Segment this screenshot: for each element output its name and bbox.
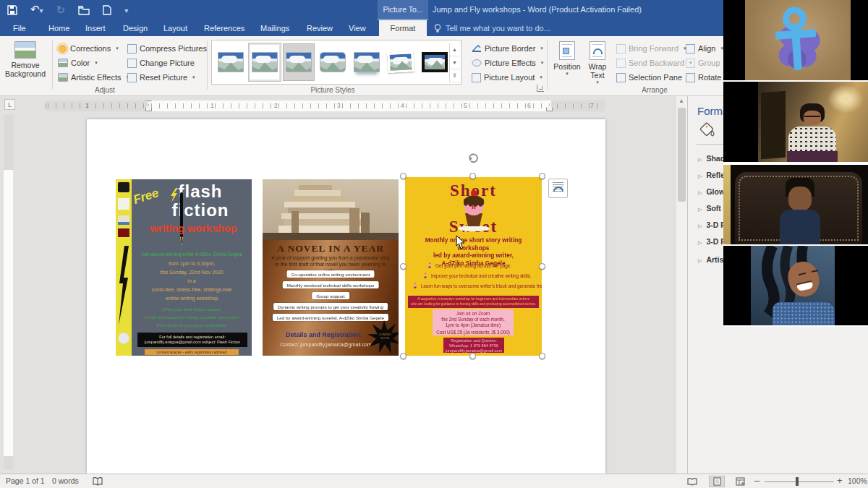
- coming-soon-burst: COMING SOON: [367, 320, 399, 354]
- tab-layout[interactable]: Layout: [156, 20, 195, 36]
- new-document-icon[interactable]: [103, 5, 111, 15]
- save-icon[interactable]: [7, 5, 17, 15]
- selection-handle-bottom-middle[interactable]: [469, 353, 476, 359]
- tab-review[interactable]: Review: [299, 20, 340, 36]
- page-indicator[interactable]: Page 1 of 1: [6, 476, 45, 485]
- read-mode-button[interactable]: [684, 476, 700, 487]
- document-page[interactable]: Free flash fiction writing workshop Join…: [87, 119, 605, 474]
- artistic-effects-button[interactable]: Artistic Effects: [58, 71, 129, 84]
- mini-cupcake-icon: [427, 262, 433, 269]
- selection-handle-middle-left[interactable]: [400, 263, 407, 270]
- pane-section-glow[interactable]: Glow: [698, 187, 725, 196]
- mouse-cursor: [456, 235, 466, 249]
- flyer-short-n-sweet[interactable]: Short Sweet n Monthly online short story…: [405, 177, 542, 356]
- align-icon: [686, 44, 695, 53]
- selection-handle-middle-right[interactable]: [539, 263, 545, 270]
- pen-icon: [178, 191, 185, 252]
- flyer-flash-fiction[interactable]: Free flash fiction writing workshop Join…: [116, 179, 252, 356]
- remove-background-icon: [14, 41, 36, 59]
- flyer2-pill: Co-operative online writing environment: [286, 270, 374, 278]
- tab-home[interactable]: Home: [41, 20, 77, 36]
- change-picture-button[interactable]: Change Picture: [127, 56, 195, 69]
- video-tile-ankh[interactable]: [723, 0, 868, 80]
- horizontal-ruler[interactable]: 1 1 2 3 4 5 6 7: [46, 100, 605, 111]
- reset-picture-icon: [127, 73, 137, 82]
- vertical-ruler[interactable]: [4, 115, 13, 469]
- redo-icon: ↻: [56, 5, 66, 15]
- picture-style-2[interactable]: [249, 43, 281, 81]
- video-tile-participant-2[interactable]: [723, 165, 868, 244]
- selection-handle-top-right[interactable]: [539, 173, 545, 179]
- scrollbar-thumb[interactable]: [678, 108, 686, 202]
- fill-bucket-icon[interactable]: [698, 121, 718, 138]
- gallery-more-icon: ⊽: [450, 69, 459, 82]
- remove-background-button[interactable]: Remove Background: [1, 38, 49, 90]
- zoom-out-button[interactable]: –: [754, 475, 760, 486]
- position-button[interactable]: Position▾: [551, 38, 583, 90]
- picture-style-7[interactable]: [419, 43, 451, 81]
- tab-insert[interactable]: Insert: [78, 20, 113, 36]
- color-icon: [58, 59, 68, 67]
- cupcake-n-label: n: [472, 202, 476, 210]
- picture-styles-dialog-launcher-icon[interactable]: [537, 85, 544, 92]
- compress-pictures-button[interactable]: Compress Pictures: [127, 42, 207, 55]
- layout-options-button[interactable]: [548, 179, 568, 198]
- reset-picture-button[interactable]: Reset Picture: [127, 71, 195, 84]
- tab-file[interactable]: File: [6, 20, 33, 36]
- picture-style-4[interactable]: [317, 43, 349, 81]
- tab-view[interactable]: View: [341, 20, 373, 36]
- proofing-icon[interactable]: [93, 477, 103, 486]
- tell-me-box[interactable]: Tell me what you want to do...: [434, 20, 550, 36]
- web-layout-button[interactable]: [732, 476, 748, 487]
- selection-handle-top-left[interactable]: [400, 173, 407, 179]
- flyer1-subtitle: writing workshop: [137, 223, 250, 234]
- selection-handle-bottom-right[interactable]: [539, 353, 545, 359]
- align-button[interactable]: Align: [686, 42, 723, 55]
- customize-qat-icon[interactable]: ▾: [124, 7, 128, 14]
- tab-selector[interactable]: L: [4, 99, 15, 110]
- tab-mailings[interactable]: Mailings: [253, 20, 297, 36]
- tab-references[interactable]: References: [197, 20, 252, 36]
- selection-handle-top-middle[interactable]: [469, 173, 476, 179]
- color-button[interactable]: Color: [58, 56, 98, 69]
- flyer-novel-in-a-year[interactable]: A NOVEL IN A YEAR A year of support guid…: [263, 179, 399, 356]
- contextual-tab-header: Picture To...: [378, 0, 428, 20]
- picture-border-button[interactable]: Picture Border: [472, 42, 543, 55]
- cupcake-icon: n: [456, 187, 492, 232]
- selection-handle-bottom-left[interactable]: [400, 353, 407, 359]
- video-tile-participant-1[interactable]: [723, 82, 868, 162]
- rotate-handle-icon[interactable]: [467, 151, 480, 164]
- zoom-slider-track[interactable]: [765, 481, 834, 482]
- open-icon[interactable]: [78, 6, 90, 15]
- picture-style-3[interactable]: [283, 43, 315, 81]
- picture-styles-group-label: Picture Styles: [289, 86, 376, 94]
- group-icon: [686, 59, 695, 68]
- picture-styles-gallery[interactable]: ▲▼⊽: [211, 40, 461, 85]
- picture-effects-button[interactable]: Picture Effects: [472, 56, 543, 69]
- picture-layout-button[interactable]: Picture Layout: [472, 71, 542, 84]
- word-count[interactable]: 0 words: [52, 476, 79, 485]
- vertical-scrollbar[interactable]: ▲: [676, 96, 687, 474]
- send-backward-button: Send Backward: [616, 56, 692, 69]
- video-tile-participant-3[interactable]: [723, 246, 868, 325]
- tab-design[interactable]: Design: [116, 20, 155, 36]
- selection-pane-button[interactable]: Selection Pane: [616, 71, 682, 84]
- undo-icon[interactable]: ↶▾: [30, 4, 43, 16]
- zoom-slider-thumb[interactable]: [796, 477, 799, 486]
- ankh-cutouts: [745, 0, 851, 80]
- tab-format[interactable]: Format: [379, 20, 427, 36]
- print-layout-button[interactable]: [709, 476, 725, 487]
- flyer3-zoom-box: Join us on Zoomthe 2nd Sunday of each mo…: [433, 309, 514, 335]
- rotate-button[interactable]: Rotate: [686, 71, 721, 84]
- picture-style-6[interactable]: [385, 43, 417, 81]
- picture-style-5[interactable]: [351, 43, 383, 81]
- gallery-scroll[interactable]: ▲▼⊽: [449, 43, 459, 82]
- flyer1-footer: For full details and registration email:…: [137, 333, 247, 347]
- scroll-up-icon[interactable]: ▲: [678, 98, 684, 104]
- corrections-button[interactable]: Corrections: [58, 42, 119, 55]
- zoom-level[interactable]: 100%: [848, 476, 867, 485]
- picture-style-1[interactable]: [215, 43, 247, 81]
- zoom-in-button[interactable]: +: [837, 475, 843, 486]
- wrap-text-button[interactable]: Wrap Text▾: [583, 38, 612, 90]
- bring-forward-icon: [616, 44, 626, 53]
